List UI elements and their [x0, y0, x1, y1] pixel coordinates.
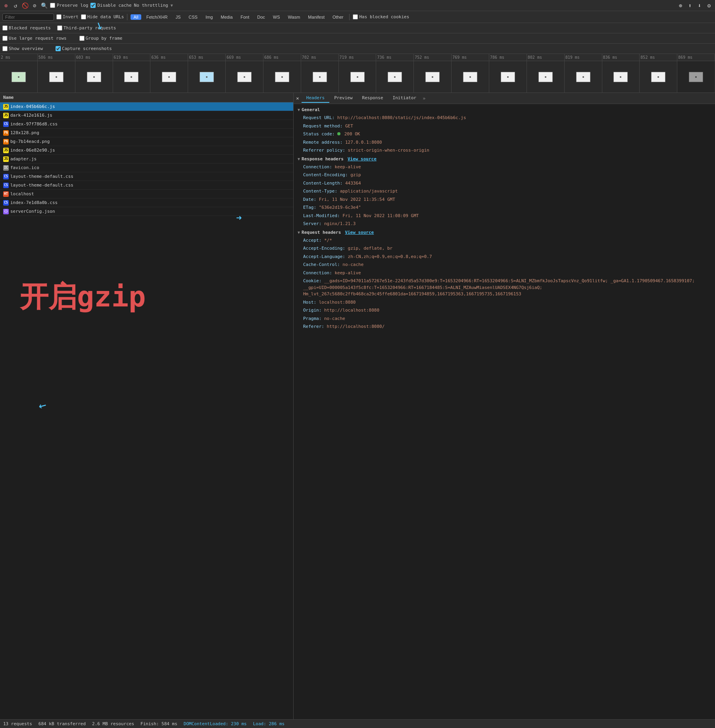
type-btn-img[interactable]: Img: [203, 14, 215, 20]
thumb-2[interactable]: [75, 61, 113, 92]
blocked-requests-checkbox[interactable]: [2, 25, 8, 31]
large-rows-checkbox[interactable]: [2, 36, 8, 41]
file-item[interactable]: CSlayout-theme-default.css: [0, 181, 293, 190]
large-rows-label[interactable]: Use large request rows: [2, 36, 67, 41]
type-btn-css[interactable]: CSS: [186, 14, 200, 20]
type-btn-media[interactable]: Media: [218, 14, 235, 20]
thumb-6[interactable]: [226, 61, 263, 92]
headers-tabs: × Headers Preview Response Initiator »: [294, 93, 715, 104]
type-btn-fetchxhr[interactable]: Fetch/XHR: [144, 14, 171, 20]
disable-cache-checkbox[interactable]: [90, 3, 96, 8]
tab-preview[interactable]: Preview: [329, 94, 357, 103]
thumb-16[interactable]: [602, 61, 640, 92]
tab-initiator[interactable]: Initiator: [388, 94, 421, 103]
capture-screenshots-label[interactable]: Capture screenshots: [56, 46, 112, 51]
file-item[interactable]: ICfavicon.ico: [0, 164, 293, 172]
file-name: serverConfig.json: [10, 209, 290, 214]
request-method-row: Request method: GET: [294, 122, 715, 131]
thumb-1[interactable]: [38, 61, 75, 92]
file-item[interactable]: CSindex-7e1d8a0b.css: [0, 198, 293, 207]
close-panel-button[interactable]: ×: [296, 95, 299, 101]
has-blocked-cookies-label[interactable]: Has blocked cookies: [353, 14, 409, 19]
thumb-15[interactable]: [565, 61, 602, 92]
tab-headers[interactable]: Headers: [302, 94, 329, 103]
tick-17: 852 ms: [640, 54, 677, 61]
third-party-label[interactable]: Third-party requests: [57, 25, 116, 31]
thumb-7[interactable]: [263, 61, 301, 92]
file-item[interactable]: CSindex-97f786d8.css: [0, 120, 293, 129]
invert-label[interactable]: Invert: [56, 14, 79, 19]
invert-checkbox[interactable]: [56, 14, 62, 19]
hide-data-urls-label[interactable]: Hide data URLs: [81, 14, 124, 19]
stop-icon[interactable]: ⊗: [2, 2, 10, 9]
clear-icon[interactable]: 🚫: [21, 2, 29, 9]
file-item[interactable]: JSindex-06e82e90.js: [0, 146, 293, 155]
thumb-18[interactable]: [677, 61, 715, 92]
file-item[interactable]: JSadapter.js: [0, 155, 293, 164]
thumb-4[interactable]: [150, 61, 188, 92]
thumb-5[interactable]: [188, 61, 226, 92]
request-headers-section-header[interactable]: ▼ Request headers View source: [294, 228, 715, 237]
group-by-frame-checkbox[interactable]: [79, 36, 85, 41]
file-item[interactable]: JSdark-412e1616.js: [0, 111, 293, 120]
settings-icon[interactable]: ⚙: [705, 2, 713, 9]
thumb-10[interactable]: [376, 61, 414, 92]
filter-icon[interactable]: ⊘: [31, 2, 38, 9]
file-item[interactable]: CSlayout-theme-default.css: [0, 172, 293, 181]
thumb-0[interactable]: [0, 61, 38, 92]
filter-input[interactable]: [2, 13, 54, 21]
file-name: index-97f786d8.css: [10, 121, 290, 127]
header-key: Origin:: [303, 308, 321, 313]
header-key: Accept:: [303, 238, 321, 243]
type-btn-doc[interactable]: Doc: [254, 14, 268, 20]
type-btn-manifest[interactable]: Manifest: [305, 14, 327, 20]
upload-icon[interactable]: ⬆: [686, 2, 694, 9]
type-btn-font[interactable]: Font: [238, 14, 252, 20]
response-headers-section-header[interactable]: ▼ Response headers View source: [294, 155, 715, 163]
thumb-3[interactable]: [113, 61, 151, 92]
thumb-11[interactable]: [414, 61, 452, 92]
group-by-frame-label[interactable]: Group by frame: [79, 36, 123, 41]
type-btn-wasm[interactable]: Wasm: [285, 14, 303, 20]
tick-16: 836 ms: [602, 54, 640, 61]
show-overview-label[interactable]: Show overview: [2, 46, 43, 51]
thumb-12[interactable]: [452, 61, 489, 92]
thumb-14[interactable]: [527, 61, 565, 92]
type-btn-ws[interactable]: WS: [270, 14, 283, 20]
type-btn-all[interactable]: All: [131, 14, 141, 20]
file-item[interactable]: HTlocalhost: [0, 190, 293, 198]
refresh-icon[interactable]: ↺: [12, 2, 19, 9]
request-header-row: Cookie: __gads=ID=947011a57267e51e-2243f…: [294, 277, 715, 299]
download-icon[interactable]: ⬇: [696, 2, 703, 9]
preserve-log-label[interactable]: Preserve log: [50, 3, 88, 8]
thumb-9[interactable]: [339, 61, 377, 92]
has-blocked-cookies-checkbox[interactable]: [353, 14, 358, 19]
disable-cache-label[interactable]: Disable cache: [90, 3, 131, 8]
file-item[interactable]: PN128x128.png: [0, 129, 293, 137]
thumb-8[interactable]: [301, 61, 339, 92]
third-party-checkbox[interactable]: [57, 25, 62, 31]
type-btn-js[interactable]: JS: [173, 14, 184, 20]
file-item[interactable]: {}serverConfig.json: [0, 207, 293, 216]
general-section-header[interactable]: ▼ General: [294, 106, 715, 114]
file-item[interactable]: JSindex-045b6b6c.js: [0, 102, 293, 111]
blocked-requests-label[interactable]: Blocked requests: [2, 25, 51, 31]
tick-0: 2 ms: [0, 54, 38, 61]
response-headers-view-source-link[interactable]: View source: [348, 156, 377, 162]
more-tabs-icon[interactable]: »: [423, 96, 425, 101]
throttle-dropdown-icon[interactable]: ▼: [171, 3, 173, 8]
tab-response[interactable]: Response: [358, 94, 388, 103]
search-icon[interactable]: 🔍: [40, 2, 48, 9]
response-header-row: Last-Modified: Fri, 11 Nov 2022 11:08:09…: [294, 212, 715, 220]
preserve-log-checkbox[interactable]: [50, 3, 55, 8]
file-name: layout-theme-default.css: [10, 183, 290, 188]
type-btn-other[interactable]: Other: [330, 14, 346, 20]
capture-screenshots-checkbox[interactable]: [56, 46, 61, 51]
hide-data-urls-checkbox[interactable]: [81, 14, 86, 19]
file-item[interactable]: PNbg-7b14eacd.png: [0, 137, 293, 146]
show-overview-checkbox[interactable]: [2, 46, 8, 51]
thumb-13[interactable]: [489, 61, 527, 92]
response-header-row: Date: Fri, 11 Nov 2022 11:35:54 GMT: [294, 196, 715, 204]
request-headers-view-source-link[interactable]: View source: [345, 230, 374, 235]
thumb-17[interactable]: [640, 61, 677, 92]
